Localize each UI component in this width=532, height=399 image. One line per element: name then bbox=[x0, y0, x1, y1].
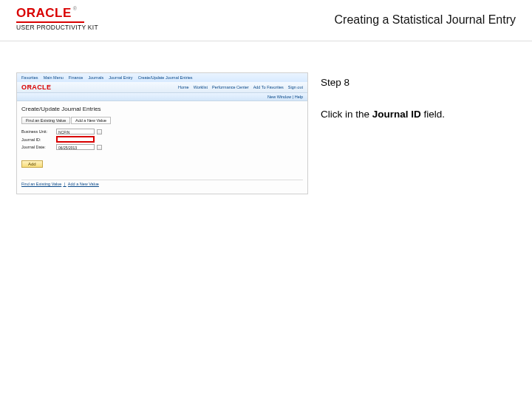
breadcrumb-item[interactable]: Main Menu bbox=[44, 75, 64, 80]
content-page-title: Create/Update Journal Entries bbox=[21, 106, 303, 112]
step-number: Step 8 bbox=[321, 75, 516, 91]
menubar-performance-center[interactable]: Performance Center bbox=[212, 85, 249, 89]
label-business-unit: Business Unit: bbox=[21, 129, 54, 134]
journal-id-field[interactable] bbox=[56, 136, 95, 143]
upk-subtitle: USER PRODUCTIVITY KIT bbox=[16, 24, 98, 31]
breadcrumb-item[interactable]: Journal Entry bbox=[109, 75, 132, 80]
instruction-post: field. bbox=[421, 109, 445, 120]
instruction-bold: Journal ID bbox=[372, 109, 421, 120]
calendar-icon[interactable] bbox=[97, 145, 102, 150]
breadcrumb: Favorites Main Menu Finance Journals Jou… bbox=[17, 73, 307, 82]
bottom-link-find-existing[interactable]: Find an Existing Value bbox=[21, 182, 61, 186]
page-title: Creating a Statistical Journal Entry bbox=[335, 13, 516, 27]
row-business-unit: Business Unit: NCFIN bbox=[21, 129, 303, 134]
journal-date-field[interactable]: 06/25/2013 bbox=[56, 144, 95, 150]
row-journal-date: Journal Date: 06/25/2013 bbox=[21, 144, 303, 150]
menubar-home[interactable]: Home bbox=[178, 85, 189, 89]
app-content: Create/Update Journal Entries Find an Ex… bbox=[17, 101, 307, 194]
menubar-add-favorites[interactable]: Add To Favorites bbox=[253, 85, 284, 89]
separator: | bbox=[63, 182, 66, 186]
window-toolbar: New Window | Help bbox=[17, 93, 307, 101]
trademark-symbol: ® bbox=[73, 6, 77, 11]
menubar-sign-out[interactable]: Sign out bbox=[288, 85, 303, 89]
lookup-icon[interactable] bbox=[97, 129, 102, 134]
oracle-wordmark: ORACLE bbox=[16, 6, 72, 20]
oracle-upk-logo: ORACLE® USER PRODUCTIVITY KIT bbox=[16, 6, 98, 31]
instruction-pre: Click in the bbox=[321, 109, 372, 120]
topbar: ORACLE® USER PRODUCTIVITY KIT Creating a… bbox=[0, 0, 532, 41]
bottom-link-add-new[interactable]: Add a New Value bbox=[68, 182, 99, 186]
breadcrumb-item[interactable]: Favorites bbox=[21, 75, 38, 80]
add-button[interactable]: Add bbox=[21, 160, 43, 168]
window-toolbar-links[interactable]: New Window | Help bbox=[267, 95, 303, 99]
bottom-tab-links: Find an Existing Value | Add a New Value bbox=[21, 180, 303, 186]
label-journal-id: Journal ID: bbox=[21, 137, 54, 142]
screenshot-container: Favorites Main Menu Finance Journals Jou… bbox=[16, 72, 308, 194]
app-oracle-logo: ORACLE bbox=[21, 83, 51, 91]
menubar-worklist[interactable]: Worklist bbox=[194, 85, 208, 89]
tab-find-existing[interactable]: Find an Existing Value bbox=[21, 117, 70, 124]
instruction-text: Click in the Journal ID field. bbox=[321, 107, 516, 123]
oracle-red-bar bbox=[16, 21, 84, 23]
row-journal-id: Journal ID: bbox=[21, 136, 303, 143]
business-unit-field[interactable]: NCFIN bbox=[56, 129, 95, 134]
tab-add-new[interactable]: Add a New Value bbox=[71, 117, 111, 124]
breadcrumb-item[interactable]: Finance bbox=[69, 75, 83, 80]
app-menubar: ORACLE Home Worklist Performance Center … bbox=[17, 82, 307, 93]
instruction-panel: Step 8 Click in the Journal ID field. bbox=[321, 75, 516, 123]
tabstrip: Find an Existing Value Add a New Value bbox=[21, 117, 303, 124]
app-screenshot: Favorites Main Menu Finance Journals Jou… bbox=[16, 72, 308, 194]
breadcrumb-item[interactable]: Create/Update Journal Entries bbox=[138, 75, 193, 80]
label-journal-date: Journal Date: bbox=[21, 145, 54, 149]
breadcrumb-item[interactable]: Journals bbox=[88, 75, 103, 80]
